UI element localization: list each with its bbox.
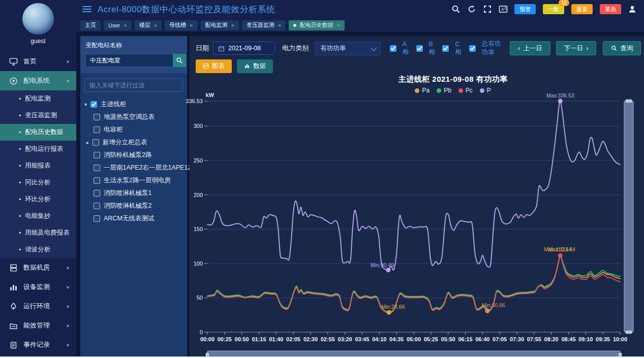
legend-item-Pa[interactable]: Pa <box>415 87 430 94</box>
tab-配电监测[interactable]: 配电监测× <box>201 20 239 30</box>
checkbox-icon[interactable] <box>416 45 423 52</box>
checkbox-icon[interactable] <box>390 45 396 52</box>
checkbox-icon[interactable] <box>442 45 449 52</box>
tab-变压器监测[interactable]: 变压器监测× <box>242 20 286 30</box>
hamburger-icon[interactable] <box>82 5 91 14</box>
tree-checkbox[interactable] <box>94 114 100 120</box>
tab-close-icon[interactable]: × <box>124 22 127 28</box>
annotation-Min:28.66: Min:28.66 <box>381 304 405 310</box>
phase-checkbox-C相[interactable]: C相 <box>442 41 462 56</box>
tree-checkbox[interactable] <box>94 190 100 197</box>
phase-checkbox-B相[interactable]: B相 <box>416 41 436 56</box>
sidebar-subitem-配电运行报表[interactable]: •配电运行报表 <box>0 141 76 157</box>
tree-node-消防喷淋机械泵1[interactable]: 消防喷淋机械泵1 <box>84 187 183 200</box>
tree-checkbox[interactable] <box>94 203 100 209</box>
tab-配电历史数据[interactable]: 配电历史数据× <box>289 20 344 30</box>
alarm-button-紧急[interactable]: 紧急 <box>600 4 621 14</box>
legend-item-Pb[interactable]: Pb <box>437 87 451 94</box>
tab-母线槽[interactable]: 母线槽× <box>165 20 197 30</box>
sidebar-item-事件记录[interactable]: 事件记录∨ <box>0 335 76 354</box>
svg-text:05:50: 05:50 <box>441 336 455 342</box>
caret-down-icon[interactable]: ▾ <box>84 102 90 107</box>
tab-close-icon[interactable]: × <box>154 22 157 28</box>
legend-item-Pc[interactable]: Pc <box>458 87 473 94</box>
prev-day-button[interactable]: ‹上一日 <box>510 41 550 55</box>
search-icon[interactable] <box>451 5 461 14</box>
alarm-button-预警[interactable]: 预警 <box>514 4 536 14</box>
fullscreen-icon[interactable] <box>483 5 492 14</box>
avatar[interactable] <box>22 3 54 35</box>
sidebar-item-运行环境[interactable]: 运行环境∨ <box>0 297 76 316</box>
sidebar-subitem-配电历史数据[interactable]: •配电历史数据 <box>0 124 76 141</box>
data-view-button[interactable]: 数据 <box>237 59 273 73</box>
sidebar-item-设备监测[interactable]: 设备监测∨ <box>0 277 76 297</box>
phase-checkbox-总有功功率[interactable]: 总有功功率 <box>469 40 506 57</box>
alarm-button-重要[interactable]: 重要 <box>571 4 593 14</box>
annotation-Min:30.86: Min:30.86 <box>482 302 505 308</box>
next-day-button[interactable]: 下一日› <box>556 41 597 55</box>
device-tree: ▾主进线柜地源热泵空调总表电容柜▸新增分立柜总表消防栓机械泵2路一层南1APE2… <box>84 98 183 225</box>
annotation-Max:336.53: Max:336.53 <box>546 92 574 99</box>
sidebar-item-label: 事件记录 <box>23 340 50 349</box>
tree-node-生活水泵2路一层弱电房[interactable]: 生活水泵2路一层弱电房 <box>84 174 183 187</box>
tree-checkbox[interactable] <box>93 139 99 146</box>
legend-item-P[interactable]: P <box>480 87 491 94</box>
station-search-button[interactable] <box>173 54 186 67</box>
chevron-down-icon: ∨ <box>66 285 70 289</box>
phase-checkbox-A相[interactable]: A相 <box>390 41 409 56</box>
content-area: 变配电站名称 ▾主进线柜地源热泵空调总表电容柜▸新增分立柜总表消防栓机械泵2路一… <box>76 32 644 356</box>
sidebar-subitem-环比分析[interactable]: •环比分析 <box>0 191 76 208</box>
sidebar-item-首页[interactable]: 首页∨ <box>0 52 76 71</box>
query-button[interactable]: 查询 <box>603 41 641 55</box>
sidebar-item-能效管理[interactable]: 能效管理∨ <box>0 316 76 335</box>
sidebar-subitem-配电监测[interactable]: •配电监测 <box>0 90 76 107</box>
sidebar-subitem-变压器监测[interactable]: •变压器监测 <box>0 107 76 124</box>
chevron-up-icon: ∧ <box>66 79 70 83</box>
tree-checkbox[interactable] <box>94 126 100 133</box>
chart-view-button[interactable]: 图表 <box>196 59 232 73</box>
tree-checkbox[interactable] <box>94 177 100 184</box>
tree-node-ARCM无线表测试[interactable]: ARCM无线表测试 <box>84 212 183 225</box>
sidebar-subitem-用能报表[interactable]: •用能报表 <box>0 157 76 174</box>
query-toolbar: 日期 2021-09-08 电力类别 有功功率 A相B相C相总有功功率 ‹上一日… <box>190 36 644 57</box>
tree-node-消防栓机械泵2路[interactable]: 消防栓机械泵2路 <box>84 149 183 161</box>
alarm-button-一般[interactable]: 一般12 <box>543 4 564 14</box>
tab-close-icon[interactable]: × <box>278 22 281 28</box>
refresh-icon[interactable] <box>467 5 476 14</box>
power-category-select[interactable]: 有功功率 <box>315 42 380 55</box>
tab-楼层[interactable]: 楼层× <box>135 20 162 30</box>
tab-close-icon[interactable]: × <box>190 22 193 28</box>
tree-checkbox[interactable] <box>90 101 97 108</box>
sidebar-subitem-电能集抄[interactable]: •电能集抄 <box>0 208 76 224</box>
tab-close-icon[interactable]: × <box>231 22 234 28</box>
tab-close-icon[interactable]: × <box>336 22 340 28</box>
caret-right-icon[interactable]: ▸ <box>86 140 93 145</box>
svg-text:06:40: 06:40 <box>475 336 489 342</box>
sidebar-subitem-用能及电费报表[interactable]: •用能及电费报表 <box>0 224 76 241</box>
sidebar-item-配电系统[interactable]: 配电系统∧ <box>0 71 76 90</box>
date-picker[interactable]: 2021-09-08 <box>213 42 275 55</box>
tree-checkbox[interactable] <box>94 165 100 171</box>
sidebar-item-label: 能效管理 <box>23 321 50 330</box>
tree-checkbox[interactable] <box>94 152 100 158</box>
station-search-input[interactable] <box>85 54 173 67</box>
tab-User[interactable]: User× <box>104 20 132 30</box>
tree-node-主进线柜[interactable]: ▾主进线柜 <box>84 98 183 111</box>
tree-filter-input[interactable] <box>84 78 183 92</box>
sidebar-item-数据机房[interactable]: 数据机房∨ <box>0 258 76 277</box>
datazoom-vertical[interactable] <box>624 100 633 334</box>
tree-node-地源热泵空调总表[interactable]: 地源热泵空调总表 <box>84 111 183 123</box>
tree-node-电容柜[interactable]: 电容柜 <box>84 123 183 136</box>
sidebar-subitem-谐波分析[interactable]: •谐波分析 <box>0 241 76 258</box>
tree-node-消防喷淋机械泵2[interactable]: 消防喷淋机械泵2 <box>84 200 183 212</box>
sidebar-subitem-同比分析[interactable]: •同比分析 <box>0 174 76 191</box>
tree-node-新增分立柜总表[interactable]: ▸新增分立柜总表 <box>84 136 183 149</box>
tree-node-一层南1APE2右一层北1APE1左[interactable]: 一层南1APE2右一层北1APE1左 <box>84 161 183 174</box>
user-icon[interactable] <box>628 5 637 14</box>
tree-checkbox[interactable] <box>94 215 100 222</box>
chevron-down-icon: ∨ <box>66 323 70 328</box>
translate-icon[interactable]: A文 <box>499 5 508 14</box>
checkbox-icon[interactable] <box>469 45 476 52</box>
tab-主页[interactable]: 主页 <box>80 20 101 30</box>
bullet-icon: • <box>19 146 21 153</box>
